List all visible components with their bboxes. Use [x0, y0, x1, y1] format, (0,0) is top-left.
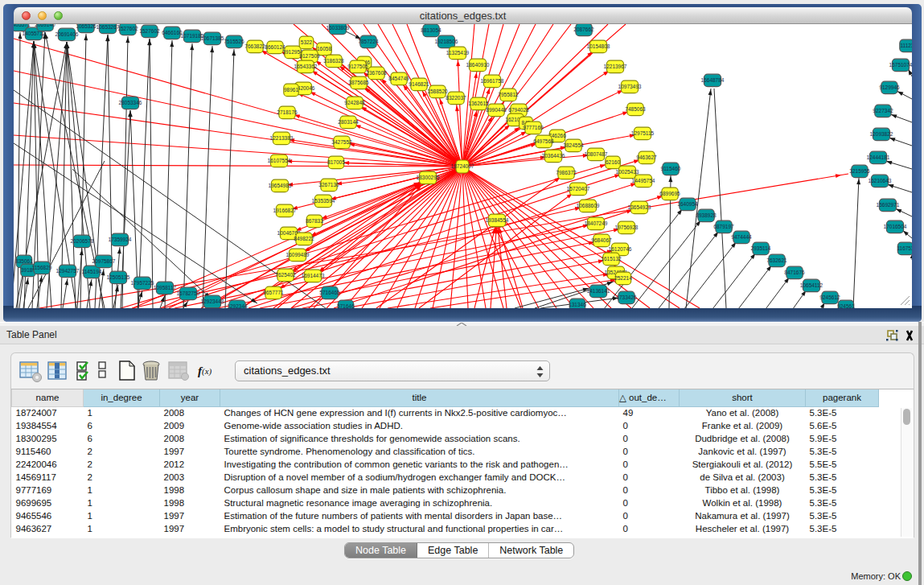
svg-text:16099489: 16099489 — [286, 252, 310, 257]
svg-text:20364436: 20364436 — [542, 153, 565, 159]
svg-text:924561: 924561 — [837, 303, 855, 308]
svg-text:10653267: 10653267 — [97, 24, 120, 30]
svg-text:2935114: 2935114 — [751, 245, 771, 251]
svg-text:12093822: 12093822 — [870, 131, 893, 137]
svg-text:2069140: 2069140 — [35, 24, 55, 27]
svg-text:9684067: 9684067 — [591, 237, 612, 243]
svg-text:1065326: 1065326 — [76, 24, 97, 29]
svg-text:7955812: 7955812 — [498, 92, 519, 97]
svg-text:15692971: 15692971 — [877, 202, 900, 208]
svg-text:10654112: 10654112 — [800, 282, 823, 288]
svg-text:10958117: 10958117 — [154, 285, 177, 290]
svg-text:1145194: 1145194 — [82, 269, 102, 274]
svg-text:3875685: 3875685 — [348, 80, 369, 85]
svg-text:7632621: 7632621 — [766, 257, 787, 263]
svg-text:5716465: 5716465 — [319, 290, 340, 295]
svg-text:16961758: 16961758 — [481, 78, 504, 84]
svg-text:8471676: 8471676 — [784, 270, 805, 275]
svg-text:9245612: 9245612 — [819, 295, 840, 300]
svg-text:2367608: 2367608 — [366, 70, 387, 76]
svg-text:1588520: 1588520 — [427, 89, 448, 94]
svg-text:3427552: 3427552 — [331, 139, 352, 145]
svg-text:9474444: 9474444 — [731, 234, 752, 240]
svg-text:11123: 11123 — [900, 43, 912, 48]
svg-text:1615132: 1615132 — [601, 256, 622, 262]
svg-text:1292344: 1292344 — [227, 303, 248, 308]
svg-text:6466160: 6466160 — [162, 30, 183, 35]
svg-text:16782759: 16782759 — [177, 290, 200, 296]
svg-text:18300295: 18300295 — [417, 175, 440, 180]
svg-text:9115460: 9115460 — [661, 166, 681, 171]
svg-text:571646: 571646 — [337, 303, 355, 308]
svg-text:14136141: 14136141 — [587, 288, 610, 294]
svg-text:16107554: 16107554 — [268, 158, 291, 163]
svg-text:62160: 62160 — [606, 159, 620, 165]
svg-text:18407249: 18407249 — [585, 220, 608, 226]
svg-text:3186328: 3186328 — [323, 58, 344, 64]
svg-text:20975867: 20975867 — [92, 258, 116, 264]
svg-text:12213383: 12213383 — [270, 135, 294, 141]
svg-text:252214: 252214 — [614, 275, 632, 281]
svg-text:12505135: 12505135 — [107, 274, 130, 280]
svg-text:15353594: 15353594 — [312, 198, 335, 204]
svg-text:15751074: 15751074 — [889, 62, 912, 68]
svg-text:19166827: 19166827 — [273, 208, 297, 213]
svg-text:9657771: 9657771 — [263, 290, 284, 295]
svg-text:9129946: 9129946 — [879, 84, 900, 90]
svg-text:7663822: 7663822 — [244, 43, 265, 49]
svg-text:14495754: 14495754 — [632, 178, 655, 183]
svg-text:1405571: 1405571 — [14, 24, 31, 27]
svg-text:1362615: 1362615 — [468, 101, 489, 106]
svg-text:2087662: 2087662 — [573, 27, 594, 32]
svg-text:7625402: 7625402 — [275, 272, 296, 278]
svg-text:98961: 98961 — [284, 87, 298, 93]
svg-text:16648784: 16648784 — [701, 77, 725, 83]
svg-text:817005: 817005 — [327, 159, 345, 165]
svg-text:9242848: 9242848 — [344, 100, 365, 105]
svg-text:16058: 16058 — [317, 46, 331, 51]
svg-text:1527602: 1527602 — [139, 28, 160, 34]
svg-text:9127509: 9127509 — [299, 53, 320, 59]
svg-text:9777169: 9777169 — [523, 125, 544, 130]
svg-text:7857224: 7857224 — [358, 39, 379, 44]
svg-text:17957225: 17957225 — [131, 280, 154, 286]
svg-text:16210643: 16210643 — [869, 178, 892, 183]
svg-text:835061: 835061 — [15, 258, 33, 264]
svg-text:8498222: 8498222 — [294, 236, 314, 241]
svg-text:7485063: 7485063 — [625, 106, 646, 112]
svg-text:6879197: 6879197 — [713, 224, 734, 229]
svg-text:867833: 867833 — [306, 218, 323, 224]
svg-text:3267130: 3267130 — [318, 182, 339, 187]
svg-text:12942757: 12942757 — [56, 268, 80, 274]
svg-text:12213967: 12213967 — [604, 64, 627, 69]
svg-text:3824554: 3824554 — [563, 142, 584, 148]
svg-text:5322: 5322 — [301, 39, 313, 45]
svg-text:19654983: 19654983 — [269, 183, 292, 188]
svg-text:12923448: 12923448 — [201, 299, 224, 304]
svg-text:20691406: 20691406 — [55, 31, 79, 37]
svg-text:19218506: 19218506 — [435, 39, 458, 44]
svg-text:(x): (x) — [202, 366, 212, 377]
svg-text:116753: 116753 — [897, 245, 912, 251]
svg-text:6899695: 6899695 — [659, 191, 680, 196]
svg-text:20206578: 20206578 — [71, 238, 94, 244]
svg-text:13654923: 13654923 — [628, 204, 651, 210]
svg-text:1527602: 1527602 — [117, 26, 138, 31]
svg-text:9127505: 9127505 — [347, 64, 368, 69]
svg-text:15720407: 15720407 — [567, 186, 590, 192]
svg-text:2803144: 2803144 — [338, 119, 359, 125]
svg-text:3215955: 3215955 — [849, 168, 870, 174]
svg-text:18724007: 18724007 — [451, 163, 474, 169]
svg-text:2718176: 2718176 — [277, 109, 298, 115]
svg-text:7986372: 7986372 — [556, 170, 577, 175]
svg-text:9146821: 9146821 — [409, 81, 429, 87]
svg-text:12444181: 12444181 — [867, 154, 890, 160]
svg-text:8938928: 8938928 — [696, 212, 717, 218]
svg-text:131346: 131346 — [569, 302, 586, 307]
svg-text:6497568: 6497568 — [533, 138, 554, 144]
svg-text:7515526: 7515526 — [224, 39, 244, 44]
svg-text:1733426: 1733426 — [616, 295, 637, 300]
svg-text:8322037: 8322037 — [446, 95, 466, 101]
svg-text:10973493: 10973493 — [618, 84, 642, 89]
svg-text:19756928: 19756928 — [615, 225, 639, 230]
